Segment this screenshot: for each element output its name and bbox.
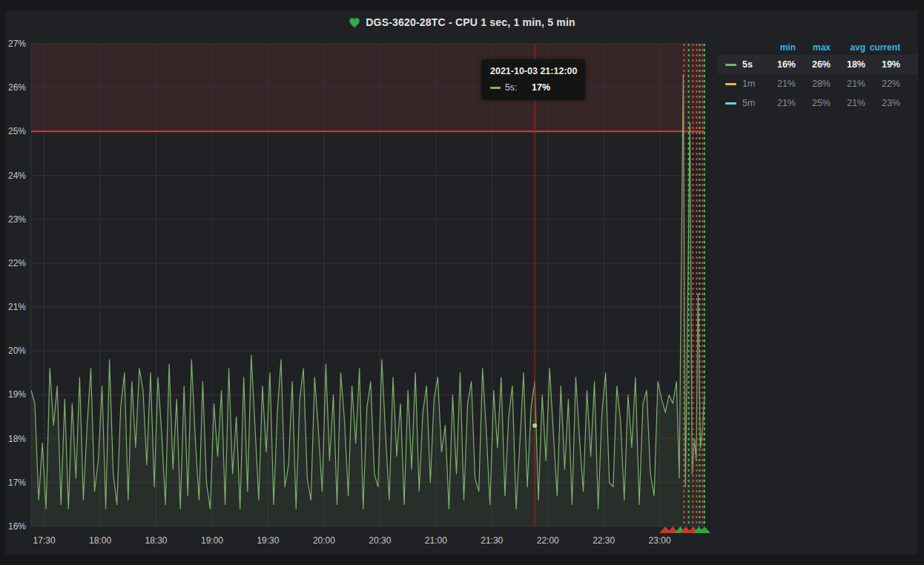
x-tick-label: 21:30	[481, 535, 503, 546]
legend-series-toggle-1m[interactable]: 1m	[725, 79, 761, 89]
hover-point	[532, 423, 537, 428]
legend-avg-value: 21%	[831, 79, 865, 89]
legend-series-label[interactable]: 5s	[742, 59, 753, 70]
legend-min-value: 21%	[761, 79, 796, 89]
y-tick-label: 16%	[8, 521, 26, 532]
y-tick-label: 17%	[8, 478, 26, 488]
x-tick-label: 18:30	[145, 535, 168, 546]
series-swatch-5s	[490, 87, 501, 89]
tooltip-series-label: 5s:	[505, 82, 517, 93]
legend-avg-value: 18%	[831, 59, 865, 70]
legend-header-max[interactable]: max	[796, 42, 831, 53]
y-tick-label: 21%	[8, 302, 26, 312]
cpu-panel: DGS-3620-28TC - CPU 1 sec, 1 min, 5 min …	[6, 10, 918, 555]
legend-row-5m[interactable]: 5m 21% 25% 21% 23%	[718, 93, 918, 113]
chart-tooltip: 2021-10-03 21:12:00 5s: 17%	[481, 59, 585, 100]
legend-header-avg[interactable]: avg	[831, 42, 865, 53]
legend-table: min max avg current 5s 16% 26% 18% 19% 1…	[718, 40, 918, 113]
legend-avg-value: 21%	[831, 98, 865, 108]
legend-max-value: 28%	[796, 79, 831, 89]
legend-series-label[interactable]: 1m	[742, 79, 755, 89]
x-tick-label: 20:30	[369, 535, 391, 546]
grafana-page: DGS-3620-28TC - CPU 1 sec, 1 min, 5 min …	[0, 0, 924, 565]
series-swatch-5m	[725, 102, 736, 105]
y-tick-label: 26%	[8, 82, 26, 93]
x-tick-label: 18:00	[89, 535, 111, 546]
legend-header-min[interactable]: min	[761, 42, 796, 53]
legend-header-row: min max avg current	[718, 40, 918, 55]
y-tick-label: 18%	[8, 434, 26, 444]
legend-header-current[interactable]: current	[865, 42, 900, 53]
x-tick-label: 20:00	[313, 535, 335, 546]
legend-series-label[interactable]: 5m	[742, 98, 755, 108]
x-tick-label: 19:30	[257, 535, 279, 546]
legend-max-value: 26%	[796, 59, 831, 70]
x-tick-label: 22:00	[537, 535, 559, 546]
x-tick-label: 21:00	[425, 535, 447, 546]
tooltip-timestamp: 2021-10-03 21:12:00	[490, 66, 576, 76]
legend-min-value: 16%	[761, 59, 796, 70]
legend-min-value: 21%	[761, 98, 796, 108]
y-tick-label: 23%	[8, 214, 26, 225]
y-tick-label: 25%	[8, 126, 26, 136]
legend-current-value: 23%	[865, 98, 900, 108]
legend-row-5s[interactable]: 5s 16% 26% 18% 19%	[718, 55, 918, 74]
y-tick-label: 20%	[8, 346, 26, 356]
legend-series-toggle-5s[interactable]: 5s	[725, 59, 761, 70]
x-tick-label: 22:30	[593, 535, 615, 546]
y-tick-label: 24%	[8, 171, 26, 181]
y-tick-label: 22%	[8, 258, 26, 268]
legend-max-value: 25%	[796, 98, 831, 108]
x-tick-label: 19:00	[201, 535, 223, 546]
x-tick-label: 23:00	[649, 535, 671, 546]
series-swatch-5s	[725, 64, 736, 66]
y-tick-label: 27%	[8, 39, 26, 49]
y-tick-label: 19%	[8, 389, 26, 400]
series-swatch-1m	[725, 83, 736, 85]
tooltip-series-row: 5s: 17%	[490, 82, 576, 93]
legend-current-value: 22%	[865, 79, 900, 89]
legend-row-1m[interactable]: 1m 21% 28% 21% 22%	[718, 74, 918, 93]
legend-series-toggle-5m[interactable]: 5m	[725, 98, 761, 108]
legend-current-value: 19%	[865, 59, 900, 70]
tooltip-series-value: 17%	[532, 82, 550, 93]
x-tick-label: 17:30	[33, 535, 56, 546]
